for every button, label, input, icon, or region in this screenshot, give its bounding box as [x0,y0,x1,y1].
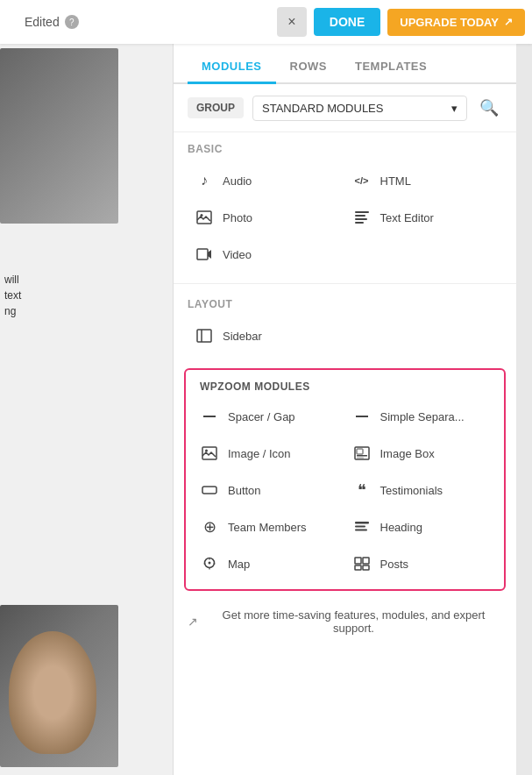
button-icon [200,480,219,500]
module-image-box[interactable]: Image Box [345,435,498,472]
image-box-icon [352,444,372,463]
sidebar-label: Sidebar [223,330,262,343]
module-spacer[interactable]: Spacer / Gap [193,398,345,435]
close-button[interactable]: × [277,7,307,37]
tab-rows[interactable]: ROWS [276,51,341,84]
testimonials-icon: ❝ [352,480,372,500]
svg-rect-22 [363,558,369,564]
html-label: HTML [380,174,411,188]
posts-label: Posts [380,558,409,571]
code-icon: </> [352,171,372,190]
promo-text: Get more time-saving features, modules, … [205,608,502,635]
group-select-value: STANDARD MODULES [262,102,383,115]
background-page: will text ng [0,0,184,775]
map-icon [200,554,219,573]
spacer-label: Spacer / Gap [228,410,295,423]
music-icon: ♪ [195,171,214,190]
wpzoom-modules-grid: Spacer / Gap Simple Separa... Im [189,398,500,582]
svg-point-20 [209,562,211,565]
group-label: GROUP [188,97,244,118]
help-icon[interactable]: ? [65,15,79,29]
module-button[interactable]: Button [193,472,345,508]
audio-label: Audio [223,174,252,188]
tab-templates[interactable]: TEMPLATES [341,51,441,84]
divider-1 [174,283,516,284]
heading-label: Heading [380,521,422,534]
basic-section-label: BASIC [174,132,516,162]
layout-section-label: LAYOUT [174,288,516,317]
heading-icon [352,517,372,537]
svg-rect-7 [197,330,211,342]
video-label: Video [223,248,252,261]
posts-icon [352,554,372,573]
photo-icon [195,208,214,227]
svg-rect-18 [355,530,367,531]
team-members-icon: ⊕ [200,517,219,537]
svg-rect-17 [355,526,365,528]
svg-rect-3 [355,215,365,217]
search-icon[interactable]: 🔍 [476,95,502,121]
svg-rect-5 [355,222,364,224]
module-sidebar[interactable]: Sidebar [188,317,345,354]
svg-rect-24 [363,565,369,570]
testimonials-label: Testimonials [380,484,443,497]
module-html[interactable]: </> HTML [345,162,503,199]
simple-sep-icon [352,407,372,426]
group-select[interactable]: STANDARD MODULES ▾ [252,96,467,121]
svg-rect-2 [355,211,369,213]
promo-bar[interactable]: ↗ Get more time-saving features, modules… [188,608,502,635]
module-heading[interactable]: Heading [345,508,498,545]
simple-sep-label: Simple Separa... [380,410,465,423]
spacer-icon [200,407,219,426]
image-icon-icon [200,444,219,463]
svg-rect-21 [355,558,361,564]
svg-rect-13 [357,455,367,457]
module-testimonials[interactable]: ❝ Testimonials [345,472,498,508]
image-icon-label: Image / Icon [228,447,291,460]
basic-modules-grid: ♪ Audio </> HTML Photo [174,162,516,280]
svg-rect-16 [355,522,369,524]
svg-rect-23 [355,565,361,570]
svg-rect-14 [357,458,364,459]
chevron-down-icon: ▾ [451,102,458,115]
module-team-members[interactable]: ⊕ Team Members [193,508,345,545]
group-row: GROUP STANDARD MODULES ▾ 🔍 [174,84,516,132]
photo-label: Photo [223,211,252,224]
module-photo[interactable]: Photo [188,199,345,236]
tab-modules[interactable]: MODULES [188,51,276,84]
upgrade-arrow-icon: ↗ [504,16,513,28]
video-icon [195,245,214,264]
bg-text: will text ng [0,267,105,324]
module-video[interactable]: Video [188,236,345,273]
done-button[interactable]: DONE [314,8,380,36]
edited-status: Edited ? [25,15,79,29]
edited-text: Edited [25,15,60,29]
svg-rect-6 [197,249,208,260]
modules-panel: MODULES ROWS TEMPLATES GROUP STANDARD MO… [173,44,516,775]
svg-rect-12 [357,449,363,454]
module-map[interactable]: Map [193,545,345,582]
wpzoom-section: WPZOOM MODULES Spacer / Gap Simple Separ… [184,368,506,591]
top-bar: Edited ? × DONE UPGRADE TODAY ↗ [0,0,532,44]
bg-image-bottom [0,605,118,767]
team-members-label: Team Members [228,521,307,534]
module-audio[interactable]: ♪ Audio [188,162,345,199]
panel-tabs: MODULES ROWS TEMPLATES [174,44,516,84]
map-label: Map [228,558,250,571]
bg-image-top [0,48,118,224]
module-image-icon[interactable]: Image / Icon [193,435,345,472]
text-editor-label: Text Editor [380,211,434,224]
svg-rect-4 [355,218,367,220]
image-box-label: Image Box [380,447,435,460]
wpzoom-label: WPZOOM MODULES [189,373,500,398]
module-posts[interactable]: Posts [345,545,498,582]
external-link-icon: ↗ [188,615,198,629]
upgrade-button[interactable]: UPGRADE TODAY ↗ [387,9,525,36]
module-simple-separator[interactable]: Simple Separa... [345,398,498,435]
button-label: Button [228,484,261,497]
module-text-editor[interactable]: Text Editor [345,199,503,236]
svg-point-10 [205,450,208,452]
layout-modules-grid: Sidebar [174,317,516,361]
text-editor-icon [352,208,372,227]
svg-rect-15 [202,487,216,494]
